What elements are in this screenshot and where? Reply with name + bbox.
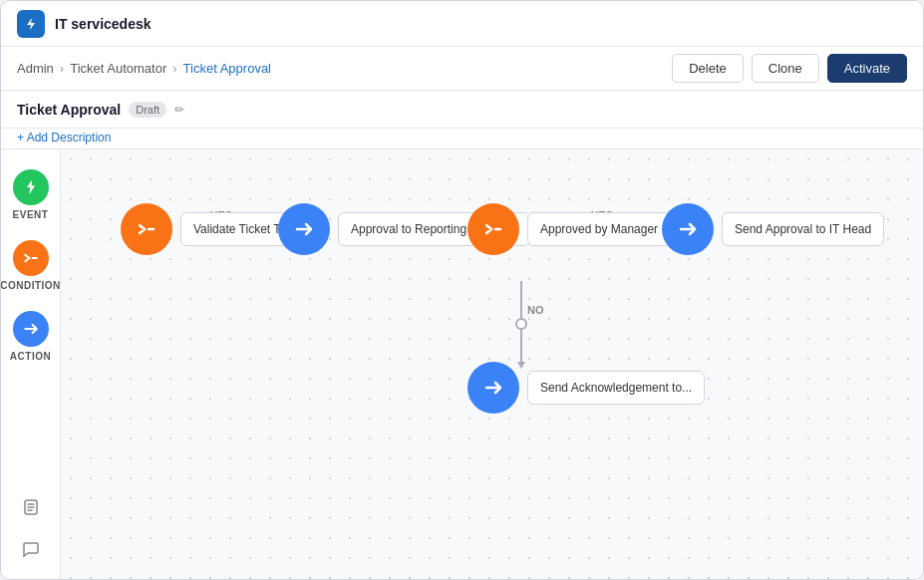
node1-icon [121,203,172,255]
event-icon [13,169,49,205]
flow-canvas: YES YES [61,149,923,579]
sidebar-item-condition[interactable]: CONDITION [1,240,61,291]
condition-label: CONDITION [1,280,61,291]
title-row: Ticket Approval Draft ✏ [1,91,923,129]
sidebar-item-event[interactable]: EVENT [13,169,49,220]
sidebar-bottom [17,493,45,579]
svg-marker-0 [27,18,35,30]
page-title: Ticket Approval [17,102,121,118]
breadcrumb-automator[interactable]: Ticket Automator [70,61,166,76]
activate-button[interactable]: Activate [827,54,907,83]
app-title: IT servicedesk [55,16,152,32]
svg-text:NO: NO [527,304,544,316]
breadcrumb-admin[interactable]: Admin [17,61,54,76]
node-approved-manager[interactable]: Approved by Manager [467,203,671,255]
node3-icon [467,203,519,255]
breadcrumb-current: Ticket Approval [183,61,271,76]
condition-icon [13,240,49,276]
action-label: ACTION [10,351,51,362]
node4-icon [662,203,714,255]
app-container: IT servicedesk Admin › Ticket Automator … [0,0,924,580]
clone-button[interactable]: Clone [752,54,819,83]
svg-point-17 [516,319,526,329]
top-bar: IT servicedesk [1,1,923,47]
node4-label: Send Approval to IT Head [722,212,884,247]
event-label: EVENT [13,209,49,220]
node3-label: Approved by Manager [527,212,671,247]
breadcrumb: Admin › Ticket Automator › Ticket Approv… [17,61,271,76]
node2-icon [278,203,330,255]
add-description-link[interactable]: + Add Description [1,129,923,149]
sidebar: EVENT CONDITION ACTION [1,149,61,579]
file-icon[interactable] [17,493,45,521]
breadcrumb-sep2: › [172,61,176,76]
node-send-approval[interactable]: Send Approval to IT Head [662,203,884,255]
app-logo [17,10,45,38]
sidebar-item-action[interactable]: ACTION [10,311,51,362]
actions-group: Delete Clone Activate [672,54,907,83]
delete-button[interactable]: Delete [672,54,744,83]
svg-marker-1 [26,180,34,195]
breadcrumb-sep1: › [60,61,64,76]
main-layout: EVENT CONDITION ACTION [1,149,923,579]
edit-icon[interactable]: ✏ [174,103,184,117]
action-icon [13,311,49,347]
node5-label: Send Acknowledgement to... [527,371,705,406]
draft-badge: Draft [129,102,166,118]
node5-icon [467,362,519,414]
node-send-acknowledgement[interactable]: Send Acknowledgement to... [467,362,705,414]
sub-bar: Admin › Ticket Automator › Ticket Approv… [1,47,923,91]
chat-icon[interactable] [17,535,45,563]
